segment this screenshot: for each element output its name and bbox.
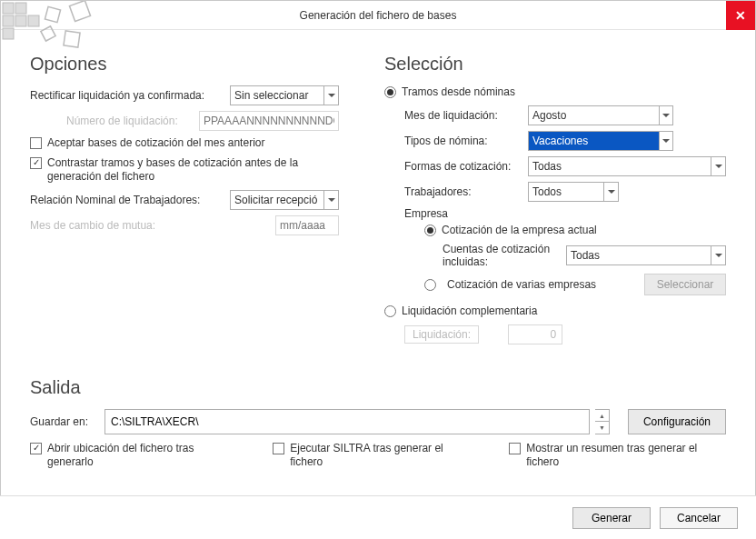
liquidacion-comp-radio[interactable]	[384, 305, 396, 317]
seleccionar-button: Seleccionar	[644, 274, 726, 295]
relacion-nominal-label: Relación Nominal de Trabajadores:	[30, 194, 200, 206]
opciones-heading: Opciones	[30, 54, 339, 75]
formas-cotizacion-select[interactable]: Todas	[528, 156, 726, 176]
contrastar-tramos-label: Contrastar tramos y bases de cotización …	[47, 156, 339, 185]
chevron-down-icon	[659, 131, 673, 151]
generar-button[interactable]: Generar	[572, 507, 651, 529]
svg-rect-4	[28, 15, 39, 26]
chevron-down-icon	[711, 246, 725, 265]
tipos-nomina-value: Vacaciones	[532, 135, 588, 147]
cotizacion-actual-radio[interactable]	[424, 225, 436, 236]
tramos-nominas-radio[interactable]	[384, 86, 396, 98]
tipos-nomina-select[interactable]: Vacaciones	[528, 131, 673, 151]
svg-rect-2	[3, 15, 14, 26]
rectificar-select[interactable]: Sin seleccionar	[230, 85, 339, 105]
empresa-label: Empresa	[404, 207, 448, 220]
radio-dot-icon	[387, 89, 393, 95]
salida-heading: Salida	[30, 377, 726, 398]
seleccion-heading: Selección	[384, 54, 726, 75]
chevron-down-icon	[323, 191, 338, 209]
mostrar-resumen-label: Mostrar un resumen tras generar el fiche…	[526, 442, 726, 470]
formas-cotizacion-label: Formas de cotización:	[404, 160, 522, 173]
mostrar-resumen-checkbox[interactable]	[509, 443, 521, 454]
svg-rect-1	[15, 3, 26, 14]
cotizacion-varias-label: Cotización de varias empresas	[447, 278, 596, 291]
mes-liquidacion-label: Mes de liquidación:	[404, 109, 522, 122]
liquidacion-comp-label: Liquidación complementaria	[402, 304, 537, 319]
chevron-down-icon	[659, 105, 673, 125]
relacion-nominal-select[interactable]: Solicitar recepció	[230, 190, 339, 210]
ejecutar-siltra-label: Ejecutar SILTRA tras generar el fichero	[290, 442, 472, 470]
numero-liquidacion-label: Número de liquidación:	[30, 115, 178, 127]
mes-cambio-mutua-label: Mes de cambio de mutua:	[30, 219, 155, 232]
liquidacion-label: Liquidación:	[404, 325, 479, 344]
numero-liquidacion-input	[199, 111, 339, 131]
cotizacion-actual-label: Cotización de la empresa actual	[442, 224, 597, 238]
window-title: Generación del fichero de bases	[300, 9, 457, 22]
aceptar-bases-checkbox[interactable]	[30, 137, 42, 149]
abrir-ubicacion-label: Abrir ubicación del fichero tras generar…	[47, 442, 236, 470]
svg-rect-0	[3, 3, 14, 14]
trabajadores-label: Trabajadores:	[404, 185, 522, 198]
cuentas-incluidas-label: Cuentas de cotización incluidas:	[443, 243, 561, 268]
mes-liquidacion-select[interactable]: Agosto	[528, 105, 673, 125]
trabajadores-select[interactable]: Todos	[528, 182, 619, 202]
svg-rect-6	[45, 6, 60, 22]
dialog-footer: Generar Cancelar	[0, 495, 756, 539]
guardar-en-label: Guardar en:	[30, 409, 99, 434]
guardar-en-input[interactable]	[104, 409, 590, 434]
close-icon: ✕	[735, 8, 746, 23]
mes-cambio-mutua-input	[275, 215, 339, 235]
tramos-nominas-label: Tramos desde nóminas	[402, 85, 515, 100]
close-button[interactable]: ✕	[726, 1, 755, 30]
svg-rect-7	[69, 1, 90, 22]
mes-liquidacion-value: Agosto	[532, 109, 566, 122]
configuracion-button[interactable]: Configuración	[628, 409, 726, 434]
cotizacion-varias-radio[interactable]	[424, 279, 436, 291]
path-spinner[interactable]: ▲ ▼	[595, 409, 610, 434]
chevron-down-icon	[603, 183, 618, 201]
svg-rect-3	[15, 15, 26, 26]
check-icon: ✓	[33, 158, 40, 167]
cuentas-incluidas-select[interactable]: Todas	[566, 245, 726, 265]
aceptar-bases-label: Aceptar bases de cotización del mes ante…	[47, 136, 264, 151]
formas-cotizacion-value: Todas	[529, 160, 711, 173]
rectificar-value: Sin seleccionar	[231, 89, 323, 102]
relacion-nominal-value: Solicitar recepció	[231, 194, 323, 206]
titlebar: Generación del fichero de bases ✕	[1, 1, 755, 30]
chevron-down-icon: ▼	[595, 422, 609, 434]
liquidacion-value: 0	[508, 324, 562, 344]
radio-dot-icon	[427, 227, 433, 234]
cuentas-incluidas-value: Todas	[567, 249, 711, 262]
abrir-ubicacion-checkbox[interactable]: ✓	[30, 443, 42, 454]
chevron-down-icon	[323, 86, 338, 105]
rectificar-label: Rectificar liquidación ya confirmada:	[30, 89, 204, 102]
chevron-up-icon: ▲	[595, 410, 609, 423]
tipos-nomina-label: Tipos de nómina:	[404, 135, 522, 147]
ejecutar-siltra-checkbox[interactable]	[273, 443, 284, 454]
chevron-down-icon	[711, 157, 725, 175]
cancelar-button[interactable]: Cancelar	[660, 507, 738, 529]
check-icon: ✓	[33, 444, 40, 453]
contrastar-tramos-checkbox[interactable]: ✓	[30, 157, 42, 169]
trabajadores-value: Todos	[529, 185, 603, 198]
